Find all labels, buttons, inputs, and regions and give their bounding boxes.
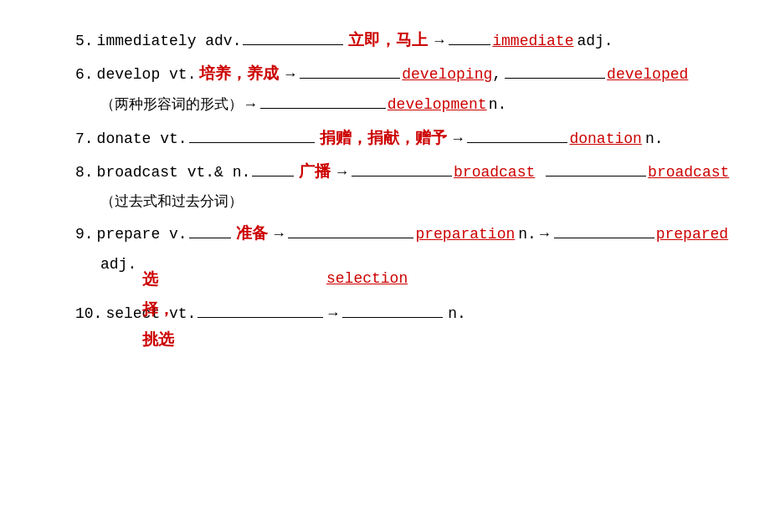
item-5-blank1 [243,27,343,45]
item-6-comma: , [492,60,501,89]
item-9-derived1: preparation [415,220,515,248]
item-6-derived3: development [388,90,487,119]
item-10-derived: selection [326,264,408,293]
item-7: 7. donate vt. 捐赠，捐献，赠予 → donation n. [75,123,729,153]
item-10-blank2 [342,299,443,318]
item-7-hint: 捐赠，捐献，赠予 [320,123,447,153]
item-8-line2: （过去式和过去分词） [100,188,729,215]
item-9-line2: adj. [100,250,729,279]
item-5: 5. immediately adv. 立即，马上 → immediate ad… [75,25,729,55]
item-8-blank1 [252,158,294,176]
item-8-hint: 广播 [299,156,331,187]
item-9-suffix2: adj. [100,250,136,279]
item-6-blank1 [300,61,400,79]
item-6-blank2 [505,61,605,79]
item-8-arrow: → [337,158,346,187]
item-9-suffix1: n. [518,220,536,248]
item-7-arrow: → [454,125,463,153]
item-10-num: 10. [75,299,102,328]
item-10-arrow: → [328,299,337,328]
item-9-num: 9. [75,220,94,248]
item-8-blank2 [352,158,452,176]
item-8-blank3 [546,158,646,176]
item-6-arrow1: → [285,60,295,89]
main-content: 5. immediately adv. 立即，马上 → immediate ad… [75,25,729,331]
item-10: 选择，挑选 selection 10. select vt. → n. [75,283,729,328]
item-8-line1: 8. broadcast vt.& n. 广播 → broadcast broa… [75,156,729,187]
item-9-blank2 [288,221,413,239]
item-5-hint: 立即，马上 [348,25,428,55]
item-6-hint: 培养，养成 [199,59,279,89]
item-6-derived1: developing [402,60,492,89]
item-10-hint: 选择，挑选 [142,264,174,355]
item-7-derived: donation [569,125,641,153]
item-6-derived2: developed [607,60,688,89]
item-8: 8. broadcast vt.& n. 广播 → broadcast broa… [75,156,729,215]
item-8-derived2: broadcast [648,158,729,187]
item-9-arrow2: → [540,220,549,248]
item-7-blank2 [467,125,567,143]
item-6-num: 6. [75,60,94,89]
item-6-suffix3: n. [489,90,507,119]
item-9-entry: prepare v. [97,220,187,248]
item-10-blank1 [198,299,323,318]
item-6-paren: （两种形容词的形式） [100,91,243,118]
item-5-blank2 [449,27,490,45]
item-5-arrow: → [434,27,444,55]
item-9-blank1 [189,221,231,239]
item-6: 6. develop vt. 培养，养成 → developing , deve… [75,59,729,119]
item-7-suffix: n. [645,125,664,153]
item-7-blank1 [189,125,315,143]
item-5-num: 5. [75,27,94,55]
item-5-entry: immediately adv. [97,27,242,55]
item-7-entry: donate vt. [97,125,187,153]
item-6-entry: develop vt. [97,60,197,89]
item-6-line2: （两种形容词的形式） → development n. [100,90,729,119]
item-6-arrow2: → [246,90,255,119]
item-5-suffix: adj. [577,27,613,55]
item-8-comma [535,158,544,187]
item-9-arrow1: → [275,220,284,248]
item-6-line1: 6. develop vt. 培养，养成 → developing , deve… [75,59,729,89]
item-7-num: 7. [75,125,94,153]
item-8-entry: broadcast vt.& n. [97,158,251,187]
item-8-paren: （过去式和过去分词） [100,188,243,215]
item-9-derived2: prepared [656,220,728,248]
item-10-suffix: n. [448,299,466,328]
item-6-blank3 [260,91,386,110]
item-9-hint: 准备 [236,218,268,248]
item-9-line1: 9. prepare v. 准备 → preparation n. → prep… [75,218,729,248]
item-8-num: 8. [75,158,94,187]
item-8-derived1: broadcast [454,158,535,187]
item-9-blank3 [554,221,654,239]
item-5-derived: immediate [492,27,573,55]
